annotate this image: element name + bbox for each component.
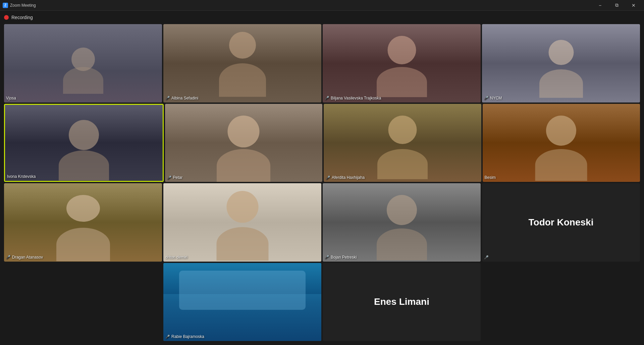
name-albina: 🎤 Albina Sefadini (165, 96, 198, 100)
tile-driton[interactable]: driton demiri (163, 183, 321, 262)
tile-bojan[interactable]: 🎤 Bojan Petreski (323, 183, 481, 262)
restore-button[interactable]: ⧉ (609, 0, 625, 11)
video-row-1: Vjosa 🎤 Albina Sefadini 🎤 Biljana Vasile… (4, 24, 640, 102)
tile-empty-2 (482, 263, 640, 341)
tile-dragan[interactable]: 🎤 Dragan Atanasov (4, 183, 162, 262)
muted-icon-aferdita: 🎤 (326, 176, 330, 180)
muted-icon-rabie: 🎤 (165, 335, 170, 339)
name-dragan: 🎤 Dragan Atanasov (6, 255, 43, 260)
window-title: Zoom Meeting (10, 3, 36, 8)
muted-icon-bojan: 🎤 (325, 255, 329, 259)
muted-icon-petar: 🎤 (167, 176, 172, 180)
title-bar-left: Z Zoom Meeting (3, 3, 36, 8)
name-nycm: 🎤 NYCM (484, 96, 502, 100)
muted-icon-biljana: 🎤 (325, 96, 329, 100)
tile-enes[interactable]: Enes Limani (323, 263, 481, 341)
close-button[interactable]: ✕ (626, 0, 641, 11)
video-grid: Vjosa 🎤 Albina Sefadini 🎤 Biljana Vasile… (0, 24, 644, 345)
recording-label: Recording (11, 15, 33, 20)
muted-icon-nycm: 🎤 (484, 96, 489, 100)
tile-nycm[interactable]: 🎤 NYCM (482, 24, 640, 102)
name-biljana: 🎤 Biljana Vasilevska Trajkoska (325, 96, 381, 100)
tile-biljana[interactable]: 🎤 Biljana Vasilevska Trajkoska (323, 24, 481, 102)
tile-albina[interactable]: 🎤 Albina Sefadini (163, 24, 321, 102)
tile-todor[interactable]: 🎤 Todor Koneski (482, 183, 640, 262)
title-bar-controls: − ⧉ ✕ (592, 0, 641, 11)
tile-empty-1 (4, 263, 162, 341)
video-row-2: Ivona Krstevska 🎤 Petar 🎤 Aferdita Haxhi… (4, 104, 640, 182)
tile-aferdita[interactable]: 🎤 Aferdita Haxhijaha (324, 104, 481, 182)
muted-icon-albina: 🎤 (165, 96, 170, 100)
muted-icon-dragan: 🎤 (6, 255, 11, 259)
name-vjosa: Vjosa (6, 96, 16, 100)
name-aferdita: 🎤 Aferdita Haxhijaha (326, 175, 365, 180)
video-row-3: 🎤 Dragan Atanasov driton demiri 🎤 Bojan … (4, 183, 640, 262)
app-icon: Z (3, 3, 8, 8)
name-todor: Todor Koneski (529, 217, 594, 228)
name-ivona: Ivona Krstevska (7, 174, 36, 179)
tile-vjosa[interactable]: Vjosa (4, 24, 162, 102)
tile-rabie[interactable]: 🎤 Rabie Bajramoska (163, 263, 321, 341)
title-bar: Z Zoom Meeting − ⧉ ✕ (0, 0, 644, 11)
recording-indicator (4, 15, 9, 20)
name-rabie: 🎤 Rabie Bajramoska (165, 334, 204, 339)
tile-petar[interactable]: 🎤 Petar (165, 104, 323, 182)
tile-besim[interactable]: Besim (483, 104, 640, 182)
name-bojan: 🎤 Bojan Petreski (325, 255, 357, 260)
video-row-4: 🎤 Rabie Bajramoska Enes Limani (4, 263, 640, 341)
name-petar: 🎤 Petar (167, 175, 183, 180)
name-driton: driton demiri (165, 255, 187, 260)
minimize-button[interactable]: − (592, 0, 608, 11)
tile-ivona[interactable]: Ivona Krstevska (4, 104, 164, 182)
recording-bar: Recording (0, 11, 644, 24)
name-enes: Enes Limani (374, 296, 429, 307)
name-besim: Besim (485, 175, 496, 180)
